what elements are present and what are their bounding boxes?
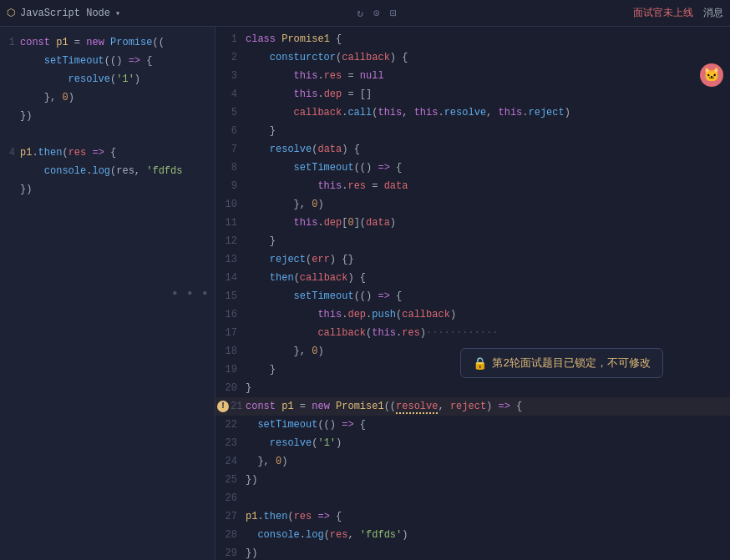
editor-line-21: ! 21 const p1 = new Promise1((resolve, r… <box>215 397 730 416</box>
left-line-1: 1 const p1 = new Promise(( <box>0 33 215 52</box>
editor-line-3: 3 this.res = null <box>215 67 730 85</box>
left-line-5: }) <box>0 107 215 125</box>
top-bar-left: ⬡ JavaScript Node ▾ <box>7 7 120 19</box>
top-bar-icons: ↻ ⊙ ⊡ <box>357 7 396 20</box>
editor-line-12: 12 } <box>215 232 730 250</box>
editor-line-23: 23 resolve('1') <box>215 434 730 452</box>
left-line-8: }) <box>0 180 215 199</box>
editor-line-7: 7 resolve(data) { <box>215 140 730 159</box>
editor-panel[interactable]: 1 class Promise1 { 2 consturctor(callbac… <box>215 27 730 560</box>
editor-line-2: 2 consturctor(callback) { <box>215 48 730 67</box>
editor-line-27: 27 p1.then(res => { <box>215 507 730 526</box>
lock-text: 第2轮面试题目已锁定，不可修改 <box>492 356 651 371</box>
main-area: 1 const p1 = new Promise(( setTimeout(()… <box>0 27 730 560</box>
editor-line-5: 5 callback.call(this, this.resolve, this… <box>215 103 730 122</box>
editor-line-29: 29 }) <box>215 544 730 560</box>
top-bar: ⬡ JavaScript Node ▾ ↻ ⊙ ⊡ 面试官未上线 消息 <box>0 0 730 27</box>
dots-panel[interactable]: ••• <box>166 289 211 299</box>
stop-icon[interactable]: ⊙ <box>373 7 380 20</box>
editor-line-15: 15 setTimeout(() => { <box>215 287 730 305</box>
warning-dot: ! <box>217 401 229 412</box>
left-line-3: resolve('1') <box>0 70 215 88</box>
editor-line-25: 25 }) <box>215 471 730 489</box>
lang-icon: ⬡ <box>7 7 15 19</box>
avatar: 🐱 <box>700 63 723 87</box>
editor-line-9: 9 this.res = data <box>215 177 730 195</box>
left-line-6: 4 p1.then(res => { <box>0 144 215 162</box>
lang-dropdown-arrow[interactable]: ▾ <box>115 8 120 18</box>
editor-line-11: 11 this.dep[0](data) <box>215 214 730 232</box>
editor-line-20: 20 } <box>215 379 730 397</box>
editor-line-28: 28 console.log(res, 'fdfds') <box>215 526 730 544</box>
editor-line-24: 24 }, 0) <box>215 452 730 471</box>
status-msg-label: 消息 <box>703 6 723 20</box>
editor-line-17: 17 callback(this.res)············ <box>215 324 730 342</box>
left-panel: 1 const p1 = new Promise(( setTimeout(()… <box>0 27 215 560</box>
lock-icon: 🔒 <box>473 356 487 371</box>
editor-line-1: 1 class Promise1 { <box>215 30 730 48</box>
refresh-icon[interactable]: ↻ <box>357 7 363 20</box>
editor-lines: 1 class Promise1 { 2 consturctor(callbac… <box>215 27 730 560</box>
editor-line-26: 26 <box>215 489 730 507</box>
editor-line-10: 10 }, 0) <box>215 195 730 214</box>
editor-line-16: 16 this.dep.push(callback) <box>215 305 730 324</box>
lang-label: JavaScript Node <box>20 8 110 19</box>
editor-line-6: 6 } <box>215 122 730 140</box>
left-code-area: 1 const p1 = new Promise(( setTimeout(()… <box>0 27 215 205</box>
left-line-7: console.log(res, 'fdfds <box>0 162 215 180</box>
editor-line-13: 13 reject(err) {} <box>215 250 730 269</box>
status-offline-label: 面试官未上线 <box>633 6 693 20</box>
avatar-area: 🐱 <box>697 60 730 90</box>
left-line-blank <box>0 125 215 144</box>
lock-popup: 🔒 第2轮面试题目已锁定，不可修改 <box>460 348 663 378</box>
editor-line-22: 22 setTimeout(() => { <box>215 416 730 434</box>
top-bar-right: 面试官未上线 消息 <box>633 6 723 20</box>
left-line-4: }, 0) <box>0 88 215 107</box>
editor-line-4: 4 this.dep = [] <box>215 85 730 103</box>
editor-line-8: 8 setTimeout(() => { <box>215 159 730 177</box>
editor-line-14: 14 then(callback) { <box>215 269 730 287</box>
expand-icon[interactable]: ⊡ <box>390 7 397 20</box>
left-line-2: setTimeout(() => { <box>0 52 215 70</box>
